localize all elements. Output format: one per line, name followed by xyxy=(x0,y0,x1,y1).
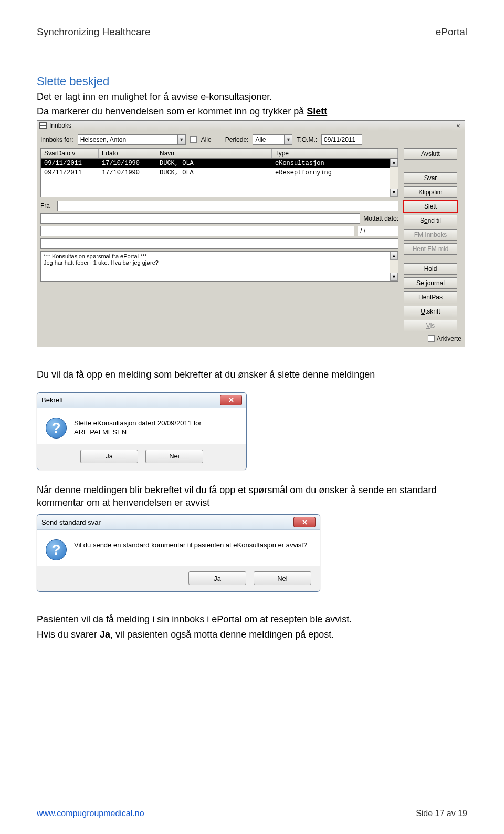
message-body-text: *** Konsultasjon spørsmål fra ePortal **… xyxy=(44,253,159,266)
klipplim-button[interactable]: Klipp/lim xyxy=(404,186,457,198)
cell-navn: DUCK, OLA xyxy=(156,169,272,177)
question-icon: ? xyxy=(46,418,67,439)
dialog-text: Slette eKonsultasjon datert 20/09/2011 f… xyxy=(74,418,202,439)
window-icon xyxy=(39,122,47,129)
utskrift-button[interactable]: Utskrift xyxy=(404,306,457,317)
label-periode: Periode: xyxy=(225,136,249,143)
scroll-up-icon[interactable]: ▲ xyxy=(390,159,398,167)
label-fra: Fra xyxy=(40,202,54,210)
tom-field[interactable]: 09/11/2011 xyxy=(321,134,362,145)
mottatt-date-field[interactable]: / / xyxy=(358,226,398,236)
subject-field[interactable] xyxy=(40,213,360,224)
mid-text-2: Når denne meldingen blir bekreftet vil d… xyxy=(37,484,467,509)
scroll-up-icon[interactable]: ▲ xyxy=(390,252,398,260)
blank-field-1[interactable] xyxy=(40,226,354,236)
chevron-down-icon[interactable]: ▼ xyxy=(284,134,292,145)
textarea-scrollbar[interactable]: ▲ ▼ xyxy=(390,252,398,281)
message-body[interactable]: *** Konsultasjon spørsmål fra ePortal **… xyxy=(40,251,398,282)
table-scrollbar[interactable]: ▲ ▼ xyxy=(390,159,398,197)
hold-button[interactable]: Hold xyxy=(404,263,457,275)
scroll-down-icon[interactable]: ▼ xyxy=(390,273,398,281)
tail2-post: , vil pasienten også motta denne melding… xyxy=(110,629,334,640)
hentfm-button[interactable]: Hent FM mld xyxy=(404,243,457,255)
question-icon: ? xyxy=(46,539,67,560)
doc-header-left: Synchronizing Healthcare xyxy=(37,26,151,38)
cell-navn: DUCK, OLA xyxy=(156,159,272,168)
dialog-close-button[interactable]: ✕ xyxy=(220,395,242,405)
table-row[interactable]: 09/11/2011 17/10/1990 DUCK, OLA eReseptf… xyxy=(41,168,398,178)
sejournal-button[interactable]: Se journal xyxy=(404,277,457,289)
scroll-down-icon[interactable]: ▼ xyxy=(390,189,398,197)
mid-text-1: Du vil da få opp en melding som bekrefte… xyxy=(37,368,467,381)
bekreft-dialog: Bekreft ✕ ? Slette eKonsultasjon datert … xyxy=(37,392,247,470)
tail-text-1: Pasienten vil da få melding i sin innbok… xyxy=(37,613,467,626)
label-alle: Alle xyxy=(201,136,212,143)
tail2-bold: Ja xyxy=(100,629,110,640)
periode-field[interactable]: Alle xyxy=(253,134,284,145)
fminnboks-button[interactable]: FM Innboks xyxy=(404,229,457,241)
svar-button[interactable]: Svar xyxy=(404,172,457,184)
blank-field-2[interactable] xyxy=(40,238,398,249)
col-fdato[interactable]: Fdato xyxy=(99,149,156,158)
label-tom: T.O.M.: xyxy=(297,136,317,143)
label-arkiverte: Arkiverte xyxy=(437,335,461,342)
cell-fdato: 17/10/1990 xyxy=(99,169,156,177)
cell-type: eKonsultasjon xyxy=(272,159,398,168)
user-combo[interactable]: Helsesen, Anton ▼ xyxy=(78,134,186,145)
cell-svardato: 09/11/2011 xyxy=(41,159,99,168)
hentpas-button[interactable]: Hent Pas xyxy=(404,291,457,303)
intro-text: Det er lagt inn en mulighet for å avvise… xyxy=(37,90,467,103)
dialog-title: Bekreft xyxy=(41,396,63,404)
table-row[interactable]: 09/11/2011 17/10/1990 DUCK, OLA eKonsult… xyxy=(41,159,398,168)
sendtil-button[interactable]: Send til xyxy=(404,215,457,226)
ja-button[interactable]: Ja xyxy=(188,571,246,585)
innboks-window: Innboks × Innboks for: Helsesen, Anton ▼… xyxy=(37,120,465,347)
label-mottatt: Mottatt dato: xyxy=(363,215,398,222)
col-svardato[interactable]: SvarDato v xyxy=(41,149,99,158)
slett-button[interactable]: Slett xyxy=(404,201,457,212)
window-title: Innboks xyxy=(49,122,71,129)
avslutt-button[interactable]: Avslutt xyxy=(404,148,457,160)
ja-button[interactable]: Ja xyxy=(80,450,138,463)
doc-header-right: ePortal xyxy=(436,26,467,38)
fra-field[interactable] xyxy=(57,201,398,211)
dialog-title: Send standard svar xyxy=(41,518,101,526)
line2: Da markerer du henvendelsen som er komme… xyxy=(37,105,467,118)
dialog-text: Vil du sende en standard kommentar til p… xyxy=(74,539,307,560)
col-type[interactable]: Type xyxy=(272,149,398,158)
window-close-button[interactable]: × xyxy=(454,122,463,130)
cell-svardato: 09/11/2011 xyxy=(41,169,99,177)
chevron-down-icon[interactable]: ▼ xyxy=(177,134,186,145)
send-standard-svar-dialog: Send standard svar ✕ ? Vil du sende en s… xyxy=(37,514,320,592)
dialog-close-button[interactable]: ✕ xyxy=(293,517,316,527)
footer-page: Side 17 av 19 xyxy=(416,809,467,818)
nei-button[interactable]: Nei xyxy=(145,450,203,463)
cell-type: eReseptfornying xyxy=(272,169,398,177)
alle-checkbox[interactable] xyxy=(190,136,197,143)
messages-table[interactable]: SvarDato v Fdato Navn Type 09/11/2011 17… xyxy=(40,148,398,197)
arkiverte-checkbox[interactable] xyxy=(428,335,435,342)
line2-bold: Slett xyxy=(307,106,327,117)
tail2-pre: Hvis du svarer xyxy=(37,629,100,640)
tail-text-2: Hvis du svarer Ja, vil pasienten også mo… xyxy=(37,628,467,641)
footer-url[interactable]: www.compugroupmedical.no xyxy=(37,809,144,818)
col-navn[interactable]: Navn xyxy=(156,149,272,158)
nei-button[interactable]: Nei xyxy=(254,571,311,585)
vis-button[interactable]: Vis xyxy=(404,320,457,331)
periode-combo[interactable]: Alle ▼ xyxy=(253,134,292,145)
cell-fdato: 17/10/1990 xyxy=(99,159,156,168)
line2-pre: Da markerer du henvendelsen som er komme… xyxy=(37,106,307,117)
label-innboks-for: Innboks for: xyxy=(40,136,74,143)
user-field[interactable]: Helsesen, Anton xyxy=(78,134,177,145)
section-title: Slette beskjed xyxy=(37,75,467,88)
